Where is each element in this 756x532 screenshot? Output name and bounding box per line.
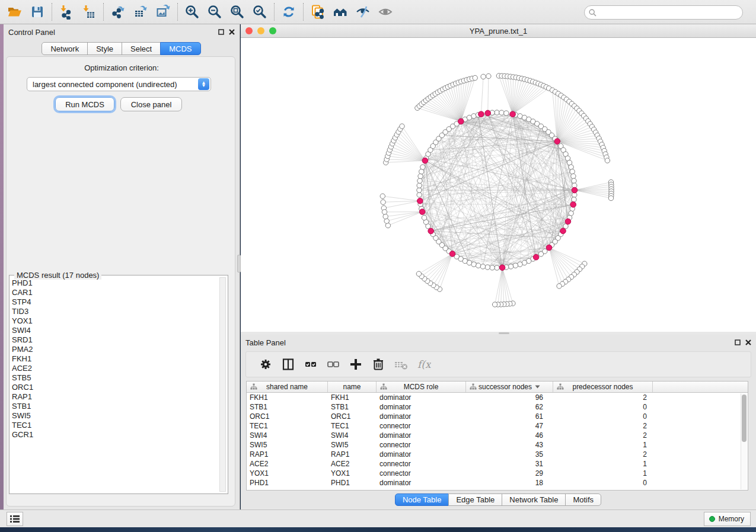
search-box[interactable]: [584, 5, 743, 20]
tab-motifs[interactable]: Motifs: [565, 493, 601, 506]
control-panel-title: Control Panel: [8, 28, 55, 37]
hide-details-icon[interactable]: [352, 2, 374, 22]
mcds-list-scrollbar[interactable]: [219, 277, 226, 492]
cell: connector: [377, 421, 466, 431]
criterion-value: largest connected component (undirected): [27, 80, 198, 89]
column-header-successor-nodes[interactable]: successor nodes: [466, 382, 553, 392]
table-row-FKH1[interactable]: FKH1FKH1dominator962: [247, 393, 748, 402]
mcds-node-item[interactable]: ORC1: [12, 383, 218, 392]
mcds-node-item[interactable]: PHD1: [12, 278, 218, 288]
tab-edge-table[interactable]: Edge Table: [448, 493, 502, 506]
tab-network-table[interactable]: Network Table: [502, 493, 566, 506]
import-table-icon[interactable]: [78, 2, 100, 22]
vertical-splitter-handle[interactable]: [237, 255, 241, 273]
run-mcds-button[interactable]: Run MCDS: [55, 97, 114, 111]
zoom-in-icon[interactable]: [181, 2, 203, 22]
mcds-node-item[interactable]: TEC1: [12, 421, 218, 430]
svg-text:f(x): f(x): [417, 358, 431, 370]
table-row-PHD1[interactable]: PHD1PHD1dominator180: [247, 478, 748, 488]
delete-table-icon[interactable]: [390, 354, 412, 374]
split-columns-icon[interactable]: [277, 354, 299, 374]
show-details-icon[interactable]: [374, 2, 397, 22]
cell: 2: [553, 421, 653, 431]
zoom-fit-icon[interactable]: [226, 2, 248, 22]
cell: PHD1: [247, 478, 328, 488]
mcds-node-item[interactable]: ACE2: [12, 364, 218, 373]
save-session-icon[interactable]: [26, 2, 49, 22]
mcds-node-item[interactable]: FKH1: [12, 354, 218, 364]
table-row-ACE2[interactable]: ACE2ACE2connector311: [247, 459, 748, 469]
search-input[interactable]: [596, 7, 742, 18]
cell: ACE2: [328, 459, 377, 469]
table-row-TEC1[interactable]: TEC1TEC1connector472: [247, 421, 748, 431]
export-image-icon[interactable]: [152, 2, 174, 22]
mcds-node-item[interactable]: SWI4: [12, 326, 218, 335]
tab-network[interactable]: Network: [42, 42, 88, 55]
deselect-all-icon[interactable]: [322, 354, 344, 374]
mcds-node-item[interactable]: STB1: [12, 402, 218, 411]
mcds-node-item[interactable]: YOX1: [12, 316, 218, 326]
add-icon[interactable]: [344, 354, 367, 374]
tab-select[interactable]: Select: [122, 42, 161, 55]
cell: FKH1: [328, 393, 377, 402]
zoom-selected-icon[interactable]: [248, 2, 271, 22]
table-panel: Table Panel f(x) shared namenameMCDS rol…: [241, 335, 756, 509]
table-scrollbar[interactable]: [741, 393, 747, 489]
table-row-ORC1[interactable]: ORC1ORC1dominator610: [247, 412, 748, 421]
delete-icon[interactable]: [367, 354, 390, 374]
cell: SWI5: [328, 440, 377, 450]
zoom-out-icon[interactable]: [203, 2, 226, 22]
mcds-node-item[interactable]: GCR1: [12, 430, 218, 440]
mcds-node-item[interactable]: STB5: [12, 373, 218, 383]
sort-desc-icon: [535, 385, 540, 389]
cell: 35: [466, 450, 553, 459]
control-panel: Control Panel NetworkStyleSelectMCDS Opt…: [4, 24, 240, 509]
function-icon[interactable]: f(x): [412, 354, 435, 374]
mcds-node-item[interactable]: SRD1: [12, 335, 218, 345]
mcds-node-item[interactable]: STP4: [12, 297, 218, 307]
cell: 18: [466, 478, 553, 488]
table-row-SWI5[interactable]: SWI5SWI5connector431: [247, 440, 748, 450]
close-table-panel-icon[interactable]: [745, 339, 751, 345]
mcds-node-item[interactable]: RAP1: [12, 392, 218, 402]
column-header-shared-name[interactable]: shared name: [247, 382, 328, 392]
status-bar: Memory: [0, 509, 756, 527]
export-table-icon[interactable]: [129, 2, 152, 22]
tab-node-table[interactable]: Node Table: [395, 493, 449, 506]
table-row-YOX1[interactable]: YOX1YOX1connector291: [247, 469, 748, 478]
column-header-name[interactable]: name: [328, 382, 377, 392]
table-row-SWI4[interactable]: SWI4SWI4dominator462: [247, 431, 748, 440]
mcds-node-item[interactable]: PMA2: [12, 345, 218, 354]
cell: SWI4: [328, 431, 377, 440]
column-header-MCDS-role[interactable]: MCDS role: [377, 382, 466, 392]
criterion-select[interactable]: largest connected component (undirected)…: [27, 77, 211, 91]
cell: YOX1: [328, 469, 377, 478]
close-panel-button[interactable]: Close panel: [120, 97, 182, 111]
home-networks-icon[interactable]: [329, 2, 352, 22]
cell: dominator: [377, 450, 466, 459]
gear-icon[interactable]: [254, 354, 277, 374]
cell: SWI4: [247, 431, 328, 440]
task-history-button[interactable]: [7, 512, 23, 526]
select-all-icon[interactable]: [299, 354, 322, 374]
memory-button[interactable]: Memory: [704, 512, 751, 526]
float-panel-icon[interactable]: [218, 29, 224, 35]
mcds-node-item[interactable]: CAR1: [12, 288, 218, 297]
open-file-icon[interactable]: [4, 2, 26, 22]
close-panel-icon[interactable]: [229, 29, 235, 35]
network-canvas[interactable]: [241, 38, 756, 332]
tab-mcds[interactable]: MCDS: [160, 42, 200, 55]
mcds-node-item[interactable]: TID3: [12, 307, 218, 316]
table-row-STB1[interactable]: STB1STB1dominator620: [247, 402, 748, 412]
float-table-panel-icon[interactable]: [735, 339, 741, 345]
refresh-layout-icon[interactable]: [277, 2, 300, 22]
memory-label: Memory: [719, 515, 744, 523]
clone-network-icon[interactable]: [307, 2, 329, 22]
export-network-icon[interactable]: [107, 2, 129, 22]
mcds-node-item[interactable]: SWI5: [12, 411, 218, 421]
column-header-predecessor-nodes[interactable]: predecessor nodes: [553, 382, 653, 392]
network-window-titlebar[interactable]: YPA_prune.txt_1: [241, 24, 756, 38]
table-row-RAP1[interactable]: RAP1RAP1dominator352: [247, 450, 748, 459]
tab-style[interactable]: Style: [87, 42, 122, 55]
import-network-icon[interactable]: [55, 2, 78, 22]
